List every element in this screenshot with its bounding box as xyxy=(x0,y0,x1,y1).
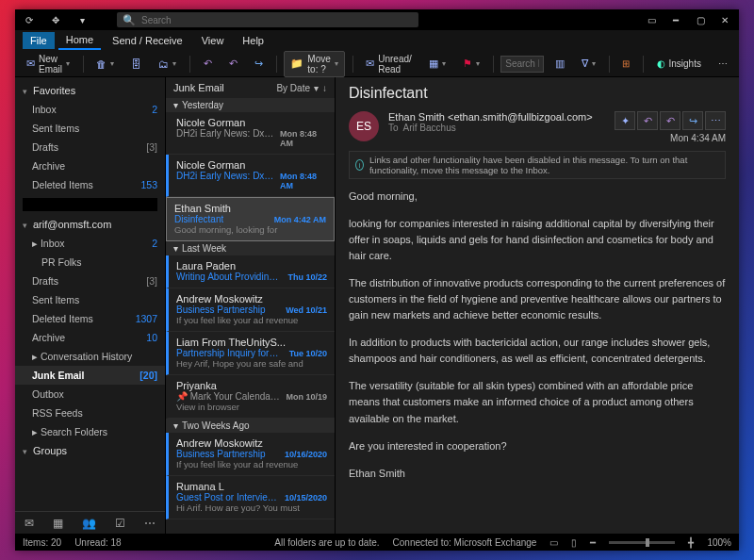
zoom-in-button[interactable]: ╋ xyxy=(688,537,694,548)
folder-name: PR Folks xyxy=(41,255,82,269)
message-list-pane: Junk Email By Date▾↓ ▾YesterdayNicole Go… xyxy=(166,77,336,534)
sweep-button[interactable]: 🗂▾ xyxy=(153,57,182,72)
search-input[interactable] xyxy=(141,15,413,25)
folder-item[interactable]: Sent Items xyxy=(15,290,165,309)
reply-action-button[interactable]: ↶ xyxy=(637,111,658,130)
message-item[interactable]: Andrew MoskowitzBusiness Partnership10/1… xyxy=(166,433,335,476)
message-group-header[interactable]: ▾Two Weeks Ago xyxy=(166,419,335,433)
menu-home[interactable]: Home xyxy=(58,31,101,50)
message-from: Nicole Gorman xyxy=(176,117,327,128)
ribbon-more-button[interactable]: ⋯ xyxy=(713,57,733,71)
message-group-header[interactable]: ▾Yesterday xyxy=(166,98,335,112)
folder-item[interactable]: Drafts[3] xyxy=(15,138,165,156)
address-book-button[interactable]: ▥ xyxy=(549,56,570,72)
message-item[interactable]: Liam From TheUnityS...Partnership Inquir… xyxy=(166,332,335,375)
filter-icon: ∇ xyxy=(582,58,588,70)
forward-button[interactable]: ↪ xyxy=(249,56,269,72)
folder-item[interactable]: RSS Feeds xyxy=(15,404,165,422)
body-paragraph: looking for companies interested in rais… xyxy=(349,216,726,264)
mail-nav-icon[interactable]: ✉ xyxy=(25,517,34,530)
quick-access-dropdown-icon[interactable]: ▾ xyxy=(72,11,92,28)
search-people-box[interactable] xyxy=(500,56,543,73)
categorize-button[interactable]: ▦▾ xyxy=(423,56,451,72)
folder-item[interactable]: Archive10 xyxy=(15,328,165,347)
close-button[interactable]: ✕ xyxy=(714,11,735,28)
folder-item[interactable]: ▸ Inbox2 xyxy=(15,234,165,253)
flag-button[interactable]: ⚑▾ xyxy=(457,56,485,72)
sort-button[interactable]: By Date▾↓ xyxy=(276,83,327,93)
message-item[interactable]: Priyanka📌 Mark Your Calendars to M...Mon… xyxy=(166,375,335,419)
message-group-header[interactable]: ▾Last Week xyxy=(166,241,335,255)
view-normal-icon[interactable]: ▭ xyxy=(549,537,558,548)
folder-item[interactable]: Junk Email[20] xyxy=(15,366,165,385)
search-box[interactable]: 🔍 xyxy=(117,12,418,27)
reply-all-icon: ↶ xyxy=(666,115,675,127)
new-email-button[interactable]: ✉New Email▾ xyxy=(21,52,75,76)
folder-name: Archive xyxy=(32,159,65,173)
folder-item[interactable]: ▸ Conversation History xyxy=(15,347,165,366)
archive-button[interactable]: 🗄 xyxy=(125,57,147,72)
reply-all-action-button[interactable]: ↶ xyxy=(660,111,680,130)
insights-button[interactable]: ◐Insights xyxy=(651,57,707,71)
trash-icon: 🗑 xyxy=(96,58,107,70)
forward-action-button[interactable]: ↪ xyxy=(682,111,703,130)
info-bar[interactable]: i Links and other functionality have bee… xyxy=(349,151,726,179)
message-list[interactable]: ▾YesterdayNicole GormanDH2i Early News: … xyxy=(166,98,335,534)
message-item[interactable]: Rumana LGuest Post or Interview opp...10… xyxy=(166,476,335,519)
move-to-button[interactable]: 📁Move to: ?▾ xyxy=(284,51,344,77)
minimize-button[interactable]: ━ xyxy=(665,11,686,28)
menu-help[interactable]: Help xyxy=(235,32,271,49)
folder-item[interactable]: Archive xyxy=(15,156,165,175)
view-reading-icon[interactable]: ▯ xyxy=(571,537,577,548)
translate-button[interactable]: ✦ xyxy=(615,111,635,130)
unread-read-button[interactable]: ✉Unread/ Read xyxy=(360,52,418,76)
more-nav-icon[interactable]: ⋯ xyxy=(144,517,156,530)
message-item[interactable]: Andrew MoskowitzBusiness PartnershipWed … xyxy=(166,288,335,332)
message-from: Nicole Gorman xyxy=(176,159,327,171)
favorites-header[interactable]: Favorites xyxy=(15,81,165,100)
search-people-input[interactable] xyxy=(505,58,538,69)
reading-scroll[interactable]: Disinfectant ES Ethan Smith <ethan.smith… xyxy=(336,77,739,534)
coming-soon-icon[interactable]: ▭ xyxy=(641,11,662,28)
people-nav-icon[interactable]: 👥 xyxy=(82,517,96,530)
chevron-right-icon xyxy=(23,445,29,456)
folder-name: Deleted Items xyxy=(32,178,93,191)
message-item[interactable]: Ethan SmithDisinfectantMon 4:42 AMGood m… xyxy=(166,197,335,241)
delete-button[interactable]: 🗑▾ xyxy=(90,57,120,72)
sync-icon[interactable]: ⟳ xyxy=(19,11,40,28)
menu-view[interactable]: View xyxy=(194,32,232,49)
folder-item[interactable]: PR Folks xyxy=(15,253,165,272)
folder-item[interactable]: Drafts[3] xyxy=(15,272,165,290)
calendar-nav-icon[interactable]: ▦ xyxy=(53,517,63,530)
reply-button[interactable]: ↶ xyxy=(198,56,218,72)
message-preview: Hey Arif, Hope you are safe and xyxy=(176,358,327,369)
zoom-out-button[interactable]: ━ xyxy=(590,537,596,548)
send-receive-icon[interactable]: ✥ xyxy=(45,11,66,28)
folder-item[interactable]: Outbox xyxy=(15,385,165,404)
more-actions-button[interactable]: ⋯ xyxy=(705,111,726,130)
message-item[interactable]: Nicole GormanDH2i Early News: DxOdyssey … xyxy=(166,112,335,155)
maximize-button[interactable]: ▢ xyxy=(690,11,711,28)
addin-button[interactable]: ⊞ xyxy=(616,57,635,71)
menu-file[interactable]: File xyxy=(23,32,55,49)
message-item[interactable]: Nicole GormanDH2i Early News: DxOdysse..… xyxy=(166,155,335,197)
folder-item[interactable]: Deleted Items1307 xyxy=(15,309,165,328)
reply-all-button[interactable]: ↶ xyxy=(223,56,243,72)
filter-button[interactable]: ∇▾ xyxy=(576,56,601,72)
folder-item[interactable]: Sent Items xyxy=(15,119,165,138)
folder-scroll[interactable]: Favorites Inbox2Sent ItemsDrafts[3]Archi… xyxy=(15,77,165,511)
groups-header[interactable]: Groups xyxy=(15,441,165,460)
zoom-slider[interactable] xyxy=(609,541,675,544)
menu-send-receive[interactable]: Send / Receive xyxy=(105,32,190,49)
group-label: Two Weeks Ago xyxy=(182,420,250,431)
info-icon: i xyxy=(355,159,364,171)
slider-thumb[interactable] xyxy=(646,538,649,547)
account-header[interactable]: arif@onmsft.com xyxy=(15,215,165,234)
folder-item[interactable]: Inbox2 xyxy=(15,100,165,119)
message-item[interactable]: Laura PadenWriting About Providing To...… xyxy=(166,255,335,288)
folder-item[interactable]: Deleted Items153 xyxy=(15,175,165,194)
folder-item[interactable]: ▸ Search Folders xyxy=(15,422,165,441)
tasks-nav-icon[interactable]: ☑ xyxy=(115,517,125,530)
chevron-down-icon: ▾ xyxy=(173,243,178,254)
status-unread: Unread: 18 xyxy=(74,537,121,548)
